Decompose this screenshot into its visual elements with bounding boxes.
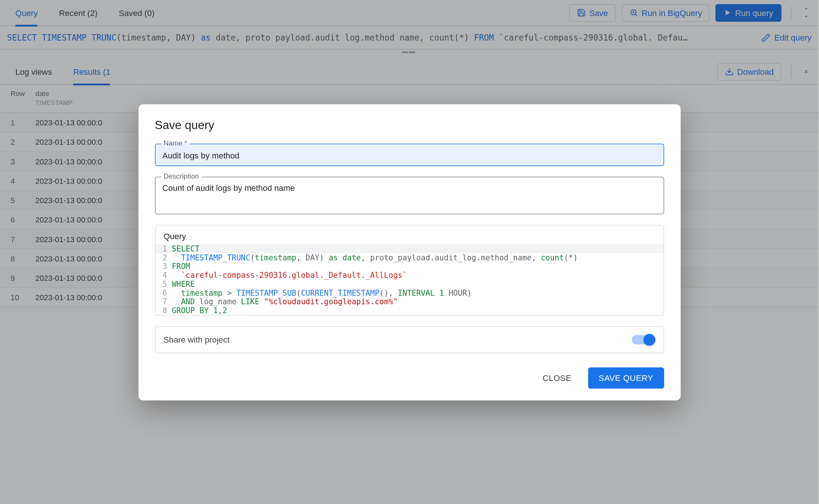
share-with-project-toggle[interactable] [631, 334, 655, 346]
line-number: 2 [155, 253, 172, 262]
save-query-button[interactable]: SAVE QUERY [588, 367, 664, 388]
query-preview-box: Query 1SELECT2 TIMESTAMP_TRUNC(timestamp… [155, 225, 664, 315]
line-number: 5 [155, 279, 172, 288]
line-number: 1 [155, 244, 172, 253]
description-field-label: Description [161, 171, 201, 180]
line-content: AND log_name LIKE "%cloudaudit.googleapi… [172, 297, 663, 306]
description-field[interactable]: Description Count of audit logs by metho… [155, 176, 664, 214]
line-number: 6 [155, 288, 172, 297]
code-line: 6 timestamp > TIMESTAMP_SUB(CURRENT_TIME… [155, 288, 663, 297]
name-input[interactable] [162, 150, 656, 160]
query-preview-header: Query [155, 225, 663, 244]
line-content: SELECT [172, 244, 663, 253]
line-content: FROM [172, 262, 663, 271]
dialog-actions: CLOSE SAVE QUERY [155, 367, 664, 388]
line-number: 7 [155, 297, 172, 306]
description-input[interactable]: Count of audit logs by method name [162, 183, 656, 206]
line-number: 3 [155, 262, 172, 271]
query-code-area[interactable]: 1SELECT2 TIMESTAMP_TRUNC(timestamp, DAY)… [155, 244, 663, 315]
line-number: 8 [155, 306, 172, 315]
save-query-dialog: Save query Name * Description Count of a… [138, 104, 680, 400]
name-field-label: Name * [161, 139, 189, 147]
close-button[interactable]: CLOSE [534, 367, 580, 388]
code-line: 2 TIMESTAMP_TRUNC(timestamp, DAY) as dat… [155, 253, 663, 262]
dialog-title: Save query [155, 118, 664, 131]
line-content: TIMESTAMP_TRUNC(timestamp, DAY) as date,… [172, 253, 663, 262]
code-line: 7 AND log_name LIKE "%cloudaudit.googlea… [155, 297, 663, 306]
modal-overlay: Save query Name * Description Count of a… [0, 0, 819, 504]
line-content: `careful-compass-290316.global._Default.… [172, 270, 663, 279]
line-content: GROUP BY 1,2 [172, 306, 663, 315]
share-with-project-label: Share with project [163, 335, 229, 344]
code-line: 5WHERE [155, 279, 663, 288]
code-line: 8GROUP BY 1,2 [155, 306, 663, 315]
code-line: 4 `careful-compass-290316.global._Defaul… [155, 270, 663, 279]
toggle-knob [643, 334, 655, 346]
line-number: 4 [155, 270, 172, 279]
code-line: 3FROM [155, 262, 663, 271]
line-content: timestamp > TIMESTAMP_SUB(CURRENT_TIMEST… [172, 288, 663, 297]
name-field[interactable]: Name * [155, 143, 664, 166]
share-with-project-row: Share with project [155, 326, 664, 353]
code-line: 1SELECT [155, 244, 663, 253]
line-content: WHERE [172, 279, 663, 288]
